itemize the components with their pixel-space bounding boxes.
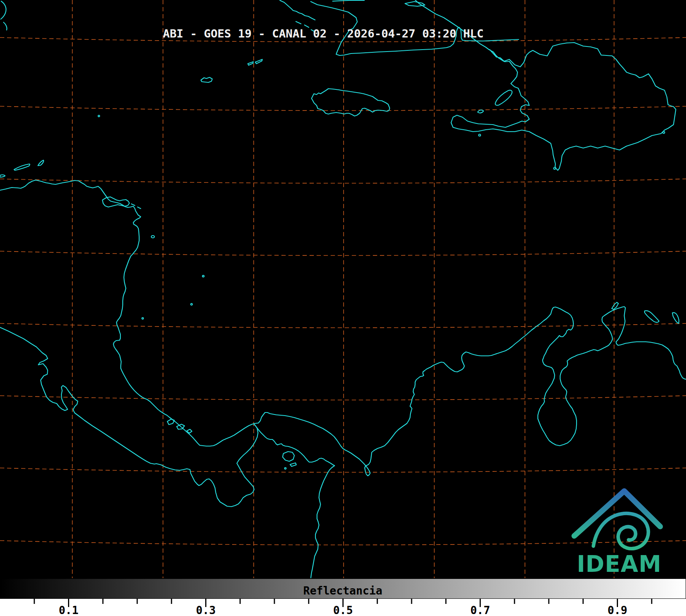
colorbar-label: Reflectancia: [303, 584, 382, 597]
image-title: ABI - GOES 19 - CANAL 02 - 2026-04-27 03…: [163, 27, 484, 40]
colorbar-tick-label-0.7: 0.7: [470, 604, 490, 616]
colorbar-tick-label-0.1: 0.1: [59, 604, 79, 616]
map-background: [0, 0, 686, 579]
colorbar-tick-label-0.9: 0.9: [607, 604, 627, 616]
colorbar: Reflectancia 0.10.30.50.70.9: [0, 579, 686, 616]
colorbar-tick-label-0.3: 0.3: [196, 604, 216, 616]
colorbar-tick-label-0.5: 0.5: [333, 604, 353, 616]
ideam-logo-text: IDEAM: [577, 551, 662, 577]
goes-satellite-image: ABI - GOES 19 - CANAL 02 - 2026-04-27 03…: [0, 0, 686, 616]
